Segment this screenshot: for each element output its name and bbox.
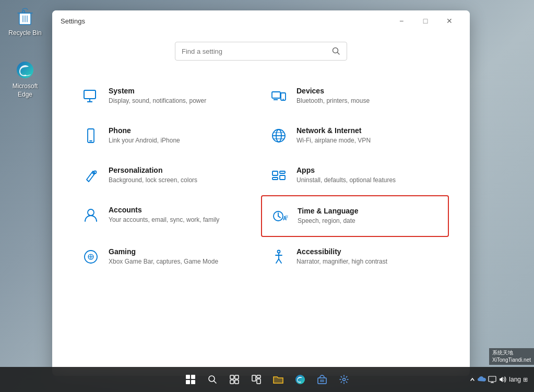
settings-item-network[interactable]: Network & Internet Wi-Fi, airplane mode,… <box>261 116 449 156</box>
network-text: Network & Internet Wi-Fi, airplane mode,… <box>296 126 441 145</box>
system-text: System Display, sound, notifications, po… <box>109 87 253 105</box>
watermark: 系统天地XiTongTiandi.net <box>489 348 534 365</box>
svg-rect-42 <box>191 380 195 384</box>
taskbar: lang ⊞ <box>0 367 534 392</box>
settings-grid: System Display, sound, notifications, po… <box>73 76 449 277</box>
file-explorer-button[interactable] <box>269 370 288 389</box>
settings-item-personalization[interactable]: Personalization Background, lock screen,… <box>73 156 261 195</box>
search-icon <box>332 47 340 55</box>
volume-icon <box>499 376 507 383</box>
svg-rect-39 <box>186 375 190 379</box>
settings-item-devices[interactable]: Devices Bluetooth, printers, mouse <box>261 76 449 116</box>
svg-point-34 <box>278 251 280 253</box>
gaming-text: Gaming Xbox Game Bar, captures, Game Mod… <box>109 247 253 266</box>
system-title: System <box>109 87 253 95</box>
widgets-button[interactable] <box>247 370 266 389</box>
personalization-icon <box>81 166 100 185</box>
time-language-icon: A 字 <box>270 207 289 225</box>
svg-rect-56 <box>489 376 496 382</box>
phone-text: Phone Link your Android, iPhone <box>109 126 253 145</box>
svg-line-27 <box>278 216 280 218</box>
network-title: Network & Internet <box>296 126 441 135</box>
apps-icon <box>269 166 288 185</box>
start-button[interactable] <box>181 370 200 389</box>
accounts-title: Accounts <box>109 206 253 214</box>
close-button[interactable]: ✕ <box>437 13 461 29</box>
svg-rect-51 <box>257 379 260 384</box>
svg-rect-49 <box>252 375 256 381</box>
phone-desc: Link your Android, iPhone <box>109 136 253 145</box>
gaming-icon <box>81 247 100 266</box>
gaming-desc: Xbox Game Bar, captures, Game Mode <box>109 257 253 266</box>
devices-title: Devices <box>296 87 441 95</box>
microsoft-edge-icon[interactable]: Microsoft Edge <box>4 57 46 101</box>
onedrive-icon <box>478 376 486 383</box>
system-desc: Display, sound, notifications, power <box>109 97 253 105</box>
accessibility-title: Accessibility <box>296 247 441 256</box>
system-icon <box>81 87 100 105</box>
search-container <box>73 42 449 61</box>
taskbar-edge-button[interactable] <box>291 370 310 389</box>
minimize-button[interactable]: − <box>389 13 413 29</box>
desktop: Recycle Bin Microsoft <box>0 0 534 392</box>
svg-rect-50 <box>257 375 260 378</box>
store-button[interactable] <box>313 370 331 389</box>
search-input[interactable] <box>182 47 328 55</box>
settings-item-system[interactable]: System Display, sound, notifications, po… <box>73 76 261 116</box>
settings-body: System Display, sound, notifications, po… <box>52 31 470 376</box>
ime-indicator: ⊞ <box>523 376 528 383</box>
time-language-title: Time & Language <box>298 207 440 215</box>
search-bar[interactable] <box>175 42 347 61</box>
taskbar-search[interactable] <box>203 370 222 389</box>
svg-rect-48 <box>235 380 239 384</box>
taskbar-center <box>181 370 353 389</box>
apps-text: Apps Uninstall, defaults, optional featu… <box>296 166 441 185</box>
svg-rect-45 <box>230 375 234 379</box>
time-language-text: Time & Language Speech, region, date <box>298 207 440 225</box>
personalization-title: Personalization <box>109 166 253 174</box>
recycle-bin-label: Recycle Bin <box>8 29 41 38</box>
settings-item-accounts[interactable]: Accounts Your accounts, email, sync, wor… <box>73 195 261 237</box>
svg-line-38 <box>279 259 281 263</box>
settings-item-gaming[interactable]: Gaming Xbox Game Bar, captures, Game Mod… <box>73 237 261 277</box>
settings-item-phone[interactable]: Phone Link your Android, iPhone <box>73 116 261 156</box>
svg-rect-4 <box>84 90 96 99</box>
lang-indicator: lang <box>509 376 521 383</box>
svg-point-52 <box>295 375 305 384</box>
svg-rect-23 <box>280 175 285 180</box>
monitor-icon <box>488 376 496 383</box>
apps-desc: Uninstall, defaults, optional features <box>296 176 441 185</box>
settings-item-time-language[interactable]: A 字 Time & Language Speech, region, date <box>261 195 449 237</box>
recycle-bin-icon[interactable]: Recycle Bin <box>4 4 46 40</box>
network-desc: Wi-Fi, airplane mode, VPN <box>296 136 441 145</box>
accessibility-icon <box>269 247 288 266</box>
svg-point-19 <box>94 171 97 174</box>
tray-chevron-icon <box>469 376 476 383</box>
svg-rect-41 <box>186 380 190 384</box>
svg-point-10 <box>283 99 284 100</box>
settings-window: Settings − □ ✕ <box>52 10 470 376</box>
settings-item-accessibility[interactable]: Accessibility Narrator, magnifier, high … <box>261 237 449 277</box>
task-view-button[interactable] <box>225 370 244 389</box>
personalization-desc: Background, lock screen, colors <box>109 176 253 185</box>
apps-title: Apps <box>296 166 441 174</box>
phone-title: Phone <box>109 126 253 135</box>
svg-rect-47 <box>230 380 234 384</box>
window-title: Settings <box>61 17 389 25</box>
personalization-text: Personalization Background, lock screen,… <box>109 166 253 185</box>
tray-icons[interactable]: lang ⊞ <box>469 376 528 383</box>
svg-rect-54 <box>320 379 324 382</box>
recycle-bin-image <box>15 6 35 27</box>
edge-image <box>15 60 35 80</box>
svg-point-55 <box>342 378 345 381</box>
svg-rect-22 <box>272 177 278 180</box>
svg-rect-40 <box>191 375 195 379</box>
maximize-button[interactable]: □ <box>413 13 437 29</box>
svg-line-37 <box>276 259 279 263</box>
svg-rect-46 <box>235 375 239 379</box>
network-icon <box>269 126 288 145</box>
taskbar-settings-button[interactable] <box>335 370 353 389</box>
title-bar: Settings − □ ✕ <box>52 10 470 31</box>
svg-rect-7 <box>272 92 280 98</box>
settings-item-apps[interactable]: Apps Uninstall, defaults, optional featu… <box>261 156 449 195</box>
